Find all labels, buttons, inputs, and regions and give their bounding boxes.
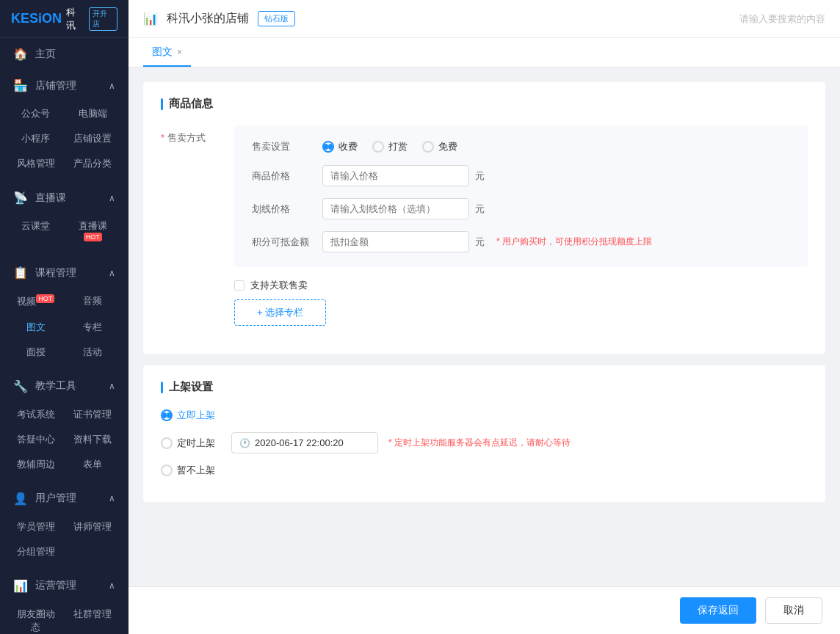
cancel-button[interactable]: 取消 — [765, 597, 822, 624]
sidebar-item-graphic[interactable]: 图文 — [7, 315, 65, 340]
shelf-radio-later[interactable]: 暂不上架 — [161, 464, 215, 477]
sidebar-item-exam[interactable]: 考试系统 — [7, 402, 65, 427]
sidebar-item-style[interactable]: 风格管理 — [7, 151, 65, 176]
sale-method-label: 售卖方式 — [161, 125, 234, 145]
tools-icon: 🔧 — [13, 379, 28, 393]
sidebar-item-qa[interactable]: 答疑中心 — [7, 427, 65, 452]
sidebar-item-students[interactable]: 学员管理 — [7, 514, 65, 539]
shelf-radio-later-circle — [161, 464, 173, 476]
sale-settings-row: 售卖设置 收费 打赏 — [252, 140, 790, 153]
sale-settings-label: 售卖设置 — [252, 140, 311, 153]
chevron-up-icon-ops: ∧ — [109, 580, 115, 591]
sidebar-item-live[interactable]: 📡 直播课 ∧ — [0, 182, 128, 214]
sidebar-item-activity[interactable]: 活动 — [65, 340, 122, 365]
users-submenu: 学员管理 讲师管理 分组管理 — [0, 514, 128, 570]
ops-icon: 📊 — [13, 579, 28, 593]
points-input-group: 元 * 用户购买时，可使用积分抵现额度上限 — [322, 231, 652, 252]
scheduled-time-input[interactable]: 🕐 2020-06-17 22:00:20 — [231, 432, 378, 453]
sidebar-item-audio[interactable]: 音频 — [65, 288, 122, 314]
product-info-section: 商品信息 售卖方式 售卖设置 收费 — [143, 82, 825, 354]
home-icon: 🏠 — [13, 47, 28, 61]
sidebar-item-download[interactable]: 资料下载 — [65, 427, 122, 452]
sale-settings-box: 售卖设置 收费 打赏 — [234, 125, 808, 267]
select-column-button[interactable]: + 选择专栏 — [234, 299, 326, 326]
sidebar: KESiON 科讯 开升店 🏠 主页 🏪 店铺管理 ∧ 公众号 电脑端 小程序 … — [0, 0, 128, 634]
associate-checkbox[interactable] — [234, 280, 245, 291]
shelf-settings-title: 上架设置 — [161, 380, 808, 394]
main-wrapper: 📊 科汛小张的店铺 钻石版 请输入要搜索的内容 图文 × 商品信息 售卖方式 售… — [128, 0, 840, 634]
shop-icon: 🏪 — [13, 79, 28, 92]
radio-free[interactable]: 免费 — [422, 140, 457, 153]
radio-free-circle — [422, 141, 434, 153]
sidebar-item-label-users: 用户管理 — [35, 492, 76, 505]
sidebar-item-cert[interactable]: 证书管理 — [65, 402, 122, 427]
price-row: 商品价格 元 — [252, 165, 790, 186]
sidebar-item-label-live: 直播课 — [35, 192, 66, 205]
shelf-immediate-label: 立即上架 — [177, 409, 215, 422]
sidebar-item-shop-settings[interactable]: 店铺设置 — [65, 126, 122, 151]
sidebar-item-public[interactable]: 公众号 — [7, 101, 65, 126]
sidebar-item-video[interactable]: 视频HOT — [7, 288, 65, 314]
chevron-up-icon-live: ∧ — [109, 193, 115, 203]
sidebar-item-offline[interactable]: 面授 — [7, 340, 65, 365]
price-unit: 元 — [475, 170, 485, 183]
sidebar-item-miniapp[interactable]: 小程序 — [7, 126, 65, 151]
sidebar-item-groups[interactable]: 分组管理 — [7, 539, 65, 564]
shelf-scheduled-row: 定时上架 🕐 2020-06-17 22:00:20 * 定时上架功能服务器会有… — [161, 432, 808, 453]
sidebar-item-users[interactable]: 👤 用户管理 ∧ — [0, 483, 128, 514]
shelf-radio-scheduled[interactable]: 定时上架 — [161, 437, 215, 450]
sidebar-item-course[interactable]: 📋 课程管理 ∧ — [0, 257, 128, 288]
chevron-up-icon-course: ∧ — [109, 268, 115, 278]
strikethrough-input[interactable] — [322, 198, 469, 219]
sidebar-item-moments[interactable]: 朋友圈动态 — [7, 602, 65, 634]
price-input[interactable] — [322, 165, 469, 186]
radio-fee[interactable]: 收费 — [322, 140, 358, 153]
sidebar-item-label-course: 课程管理 — [35, 266, 76, 280]
product-info-title: 商品信息 — [161, 97, 808, 111]
shop-submenu: 公众号 电脑端 小程序 店铺设置 风格管理 产品分类 — [0, 101, 128, 182]
tab-graphic[interactable]: 图文 × — [143, 38, 191, 67]
sidebar-item-cloud-class[interactable]: 云课堂 — [7, 214, 65, 251]
price-label: 商品价格 — [252, 170, 311, 183]
sidebar-item-label-shop: 店铺管理 — [35, 79, 76, 92]
sidebar-navigation: 🏠 主页 🏪 店铺管理 ∧ 公众号 电脑端 小程序 店铺设置 风格管理 产品分类… — [0, 38, 128, 634]
scheduled-time-value: 2020-06-17 22:00:20 — [255, 437, 344, 448]
sidebar-item-teaching-aid[interactable]: 教辅周边 — [7, 452, 65, 477]
clock-icon: 🕐 — [239, 438, 250, 448]
points-label: 积分可抵金额 — [252, 236, 311, 249]
points-input[interactable] — [322, 231, 469, 252]
sidebar-item-ops[interactable]: 📊 运营管理 ∧ — [0, 570, 128, 602]
course-submenu: 视频HOT 音频 图文 专栏 面授 活动 — [0, 288, 128, 370]
sidebar-item-live-course[interactable]: 直播课HOT — [65, 214, 122, 251]
sidebar-item-home[interactable]: 🏠 主页 — [0, 38, 128, 70]
sidebar-item-label-ops: 运营管理 — [35, 579, 76, 592]
radio-tip[interactable]: 打赏 — [372, 140, 408, 153]
points-hint: * 用户购买时，可使用积分抵现额度上限 — [496, 236, 652, 248]
content-area: 商品信息 售卖方式 售卖设置 收费 — [128, 68, 840, 586]
sidebar-item-label-tools: 教学工具 — [35, 379, 76, 393]
shelf-radio-immediate[interactable]: 立即上架 — [161, 409, 215, 422]
sidebar-item-label-home: 主页 — [35, 48, 56, 61]
sidebar-item-teachers[interactable]: 讲师管理 — [65, 514, 122, 539]
associate-sale-row: 支持关联售卖 — [234, 279, 808, 292]
sidebar-item-category[interactable]: 产品分类 — [65, 151, 122, 176]
live-icon: 📡 — [13, 191, 28, 205]
save-return-button[interactable]: 保存返回 — [680, 597, 756, 624]
sidebar-item-tools[interactable]: 🔧 教学工具 ∧ — [0, 371, 128, 402]
bottom-bar: 保存返回 取消 — [128, 586, 840, 634]
logo-icon: KESiON — [11, 11, 62, 26]
header-search-hint[interactable]: 请输入要搜索的内容 — [739, 12, 825, 26]
points-unit: 元 — [475, 236, 485, 249]
logo-badge: 开升店 — [89, 7, 117, 31]
sidebar-item-community[interactable]: 社群管理 — [65, 602, 122, 634]
sidebar-item-shop[interactable]: 🏪 店铺管理 ∧ — [0, 70, 128, 101]
users-icon: 👤 — [13, 492, 28, 506]
tools-submenu: 考试系统 证书管理 答疑中心 资料下载 教辅周边 表单 — [0, 402, 128, 483]
sidebar-item-form[interactable]: 表单 — [65, 452, 122, 477]
logo-text: 科讯 — [66, 6, 84, 32]
sidebar-item-pc[interactable]: 电脑端 — [65, 101, 122, 126]
shelf-later-row: 暂不上架 — [161, 464, 808, 477]
sale-settings-box-wrap: 售卖设置 收费 打赏 — [234, 125, 808, 326]
tab-close-icon[interactable]: × — [177, 47, 182, 57]
sidebar-item-column[interactable]: 专栏 — [65, 315, 122, 340]
